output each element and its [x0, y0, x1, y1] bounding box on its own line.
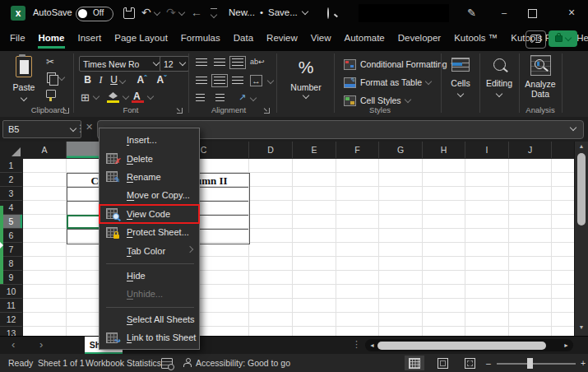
- column-header-I[interactable]: I: [465, 142, 509, 158]
- ribbon-tab-view[interactable]: View: [304, 26, 338, 51]
- ribbon-tab-review[interactable]: Review: [260, 26, 304, 51]
- decrease-font-size-button[interactable]: A: [156, 74, 167, 86]
- fill-color-dropdown-icon[interactable]: [123, 93, 129, 100]
- font-dialog-launcher-icon[interactable]: [176, 107, 183, 114]
- cancel-icon[interactable]: ✕: [86, 122, 93, 133]
- workbook-statistics[interactable]: Workbook Statistics: [86, 354, 161, 372]
- row-header-11[interactable]: 11: [0, 299, 22, 313]
- fill-color-icon[interactable]: [109, 92, 118, 99]
- back-arrow-icon[interactable]: ←: [191, 7, 202, 18]
- page-layout-view-button[interactable]: [433, 356, 452, 370]
- row-header-9[interactable]: 9: [0, 271, 22, 285]
- redo-dropdown-icon[interactable]: [178, 9, 185, 16]
- editing-group-button[interactable]: Editing: [482, 58, 516, 98]
- row-header-4[interactable]: 4: [0, 201, 22, 215]
- italic-button[interactable]: I: [95, 74, 106, 86]
- vertical-scrollbar[interactable]: ▲ ▼: [574, 142, 588, 336]
- copy-icon[interactable]: [47, 72, 56, 83]
- decrease-indent-button[interactable]: [196, 94, 205, 102]
- underline-dropdown-icon[interactable]: [119, 77, 126, 84]
- cells-group-button[interactable]: Cells: [443, 58, 478, 98]
- column-header-E[interactable]: E: [293, 142, 336, 158]
- scroll-down-icon[interactable]: ▼: [575, 324, 588, 330]
- menu-item-view-code[interactable]: View Code: [100, 205, 199, 223]
- align-bottom-button[interactable]: [232, 58, 243, 67]
- name-box-splitter-icon[interactable]: ⋮: [76, 123, 86, 134]
- menu-item-hide[interactable]: Hide: [100, 267, 199, 285]
- close-button[interactable]: ×: [561, 5, 582, 21]
- save-icon[interactable]: [123, 7, 135, 19]
- row-header-8[interactable]: 8: [0, 257, 22, 271]
- ribbon-tab-developer[interactable]: Developer: [391, 26, 447, 51]
- column-header-J[interactable]: J: [509, 142, 552, 158]
- tab-scrollbar-splitter-icon[interactable]: ⋮: [352, 339, 361, 350]
- next-sheet-icon[interactable]: ›: [39, 338, 43, 351]
- paste-dropdown-icon[interactable]: [21, 95, 27, 101]
- minimize-button[interactable]: –: [493, 5, 515, 21]
- analyze-data-button[interactable]: Analyze Data: [521, 55, 559, 99]
- zoom-out-button[interactable]: –: [484, 354, 493, 372]
- borders-dropdown-icon[interactable]: [93, 93, 100, 100]
- comments-button[interactable]: [525, 30, 546, 49]
- normal-view-button[interactable]: [405, 356, 424, 370]
- row-header-2[interactable]: 2: [0, 173, 22, 187]
- search-icon[interactable]: [327, 7, 329, 19]
- copy-dropdown-icon[interactable]: [58, 74, 65, 81]
- column-header-H[interactable]: H: [423, 142, 465, 158]
- row-header-3[interactable]: 3: [0, 187, 22, 201]
- percent-style-icon[interactable]: %: [289, 58, 322, 77]
- align-middle-button[interactable]: [214, 58, 225, 67]
- paste-button[interactable]: Paste: [8, 56, 39, 107]
- zoom-slider-thumb[interactable]: [527, 358, 533, 369]
- horizontal-scrollbar[interactable]: ◄ ►: [365, 339, 573, 351]
- clipboard-dialog-launcher-icon[interactable]: [63, 107, 70, 114]
- orientation-dropdown-icon[interactable]: [250, 95, 257, 101]
- menu-item-protect-sheet[interactable]: Protect Sheet...: [100, 223, 199, 241]
- merge-dropdown-icon[interactable]: [267, 77, 274, 84]
- font-name-select[interactable]: Times New Ro: [79, 56, 163, 72]
- page-break-view-button[interactable]: [460, 356, 479, 370]
- menu-item-move-or-copy[interactable]: Move or Copy...: [100, 186, 199, 204]
- title-dropdown-icon[interactable]: [302, 7, 308, 14]
- accessibility-status[interactable]: Accessibility: Good to go: [196, 354, 290, 372]
- number-dropdown-icon[interactable]: [303, 92, 309, 99]
- row-header-1[interactable]: 1: [0, 159, 22, 173]
- zoom-in-button[interactable]: +: [578, 354, 588, 372]
- maximize-button[interactable]: [528, 9, 537, 18]
- wrap-text-icon[interactable]: ab↩: [250, 58, 265, 66]
- row-header-10[interactable]: 10: [0, 285, 22, 299]
- column-header-F[interactable]: F: [336, 142, 379, 158]
- conditional-formatting-button[interactable]: Conditional Formatting: [344, 58, 456, 71]
- undo-icon[interactable]: ↶: [141, 7, 151, 18]
- row-header-6[interactable]: 6: [0, 229, 22, 243]
- align-left-button[interactable]: [196, 77, 207, 85]
- column-header-A[interactable]: A: [23, 142, 67, 158]
- name-box[interactable]: B5: [2, 120, 81, 138]
- menu-item-delete[interactable]: ✗Delete: [100, 149, 199, 167]
- ribbon-tab-page-layout[interactable]: Page Layout: [108, 26, 174, 51]
- alignment-dialog-launcher-icon[interactable]: [263, 107, 271, 114]
- menu-item-tab-color[interactable]: Tab Color: [100, 241, 199, 259]
- bold-button[interactable]: B: [82, 74, 93, 86]
- scroll-left-icon[interactable]: ◄: [369, 342, 375, 348]
- orientation-icon[interactable]: ↗: [238, 92, 246, 103]
- menu-item-insert[interactable]: Insert...: [100, 131, 199, 149]
- merge-center-icon[interactable]: ↔: [250, 75, 262, 86]
- ribbon-tab-insert[interactable]: Insert: [71, 26, 108, 51]
- workbook-statistics-icon[interactable]: [161, 358, 173, 369]
- autosave-toggle[interactable]: Off: [76, 7, 113, 21]
- menu-item-select-all-sheets[interactable]: Select All Sheets: [100, 310, 199, 328]
- scroll-up-icon[interactable]: ▲: [575, 143, 588, 149]
- ribbon-tab-kutools[interactable]: Kutools ™: [447, 26, 504, 51]
- column-header-D[interactable]: D: [249, 142, 293, 158]
- number-group-button[interactable]: Number: [280, 82, 332, 92]
- column-header-G[interactable]: G: [379, 142, 423, 158]
- menu-item-rename[interactable]: ✎Rename: [100, 168, 199, 186]
- ribbon-tab-home[interactable]: Home: [32, 26, 72, 51]
- increase-font-size-button[interactable]: A: [137, 74, 147, 86]
- ribbon-tab-file[interactable]: File: [3, 26, 32, 51]
- row-header-7[interactable]: 7: [0, 243, 22, 257]
- vertical-scroll-thumb[interactable]: [577, 153, 586, 226]
- document-title[interactable]: New... • Save...: [229, 7, 308, 17]
- row-header-5[interactable]: 5: [0, 215, 22, 229]
